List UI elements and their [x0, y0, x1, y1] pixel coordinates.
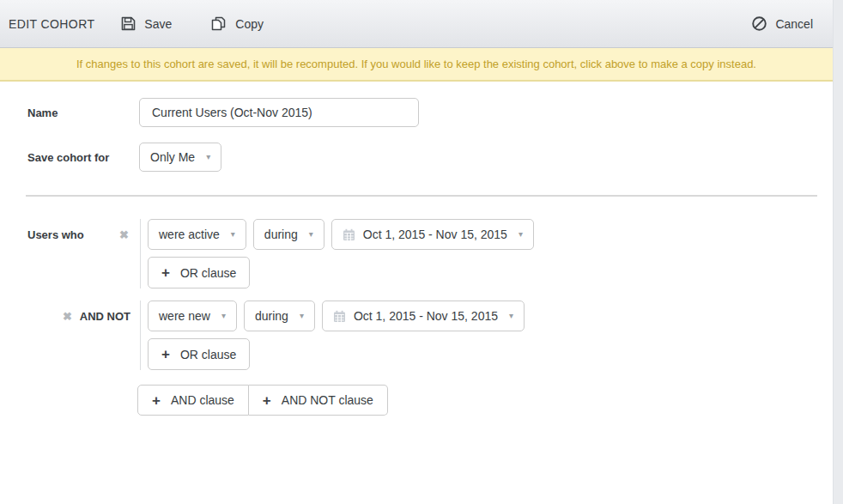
plus-icon: + — [152, 393, 161, 408]
chevron-down-icon: ▾ — [509, 312, 513, 320]
clause-label-cell: ✖ AND NOT — [0, 301, 140, 331]
right-gutter — [833, 0, 843, 504]
remove-clause-icon[interactable]: ✖ — [119, 229, 129, 240]
name-row: Name — [0, 98, 843, 127]
chevron-down-icon: ▾ — [519, 230, 523, 239]
filter-row: were active ▾ during ▾ — [148, 219, 534, 250]
or-clause-label: OR clause — [180, 266, 236, 280]
timeframe-value: during — [255, 309, 288, 323]
calendar-icon — [343, 228, 355, 241]
name-label: Name — [27, 106, 139, 119]
timeframe-value: during — [264, 228, 298, 241]
behavior-value: were new — [159, 309, 210, 323]
cohort-form: Name Save cohort for Only Me ▾ Users who… — [0, 82, 843, 416]
calendar-icon — [333, 310, 346, 323]
date-range-dropdown[interactable]: Oct 1, 2015 - Nov 15, 2015 ▾ — [331, 219, 534, 250]
date-range-dropdown[interactable]: Oct 1, 2015 - Nov 15, 2015 ▾ — [322, 301, 525, 331]
and-not-clause-label: AND NOT clause — [282, 393, 373, 407]
or-clause-button[interactable]: + OR clause — [148, 338, 250, 370]
save-button[interactable]: Save — [120, 15, 172, 32]
clause-body: were new ▾ during ▾ — [140, 301, 525, 370]
and-clause-label: AND clause — [171, 393, 234, 407]
plus-icon: + — [161, 347, 170, 361]
copy-icon — [209, 15, 227, 32]
save-cohort-for-value: Only Me — [150, 150, 195, 164]
cohort-name-input[interactable] — [139, 98, 419, 127]
clause-label-cell: Users who ✖ — [0, 219, 140, 250]
copy-button-label: Copy — [235, 17, 264, 31]
cancel-button[interactable]: Cancel — [751, 15, 813, 32]
save-cohort-for-dropdown[interactable]: Only Me ▾ — [139, 143, 221, 172]
remove-clause-icon[interactable]: ✖ — [63, 311, 72, 322]
or-clause-label: OR clause — [180, 348, 236, 361]
filter-row: were new ▾ during ▾ — [148, 301, 525, 331]
cancel-icon — [751, 15, 767, 32]
recompute-warning-banner: If changes to this cohort are saved, it … — [0, 48, 833, 82]
chevron-down-icon: ▾ — [309, 230, 313, 239]
plus-icon: + — [263, 393, 271, 408]
timeframe-dropdown[interactable]: during ▾ — [244, 301, 315, 331]
behavior-dropdown[interactable]: were new ▾ — [148, 301, 237, 331]
and-not-label: AND NOT — [80, 310, 130, 323]
save-button-label: Save — [144, 17, 172, 31]
save-icon — [120, 15, 136, 32]
add-and-clause-button[interactable]: + AND clause — [137, 385, 249, 416]
timeframe-dropdown[interactable]: during ▾ — [253, 219, 324, 250]
header-toolbar: EDIT COHORT Save Copy Cancel — [0, 0, 833, 48]
save-cohort-for-row: Save cohort for Only Me ▾ — [0, 143, 843, 172]
chevron-down-icon: ▾ — [300, 312, 304, 320]
plus-icon: + — [161, 265, 170, 280]
date-range-value: Oct 1, 2015 - Nov 15, 2015 — [354, 309, 498, 323]
chevron-down-icon: ▾ — [206, 153, 210, 161]
warning-text: If changes to this cohort are saved, it … — [76, 58, 756, 70]
date-range-value: Oct 1, 2015 - Nov 15, 2015 — [363, 228, 507, 241]
or-clause-button[interactable]: + OR clause — [148, 257, 250, 288]
behavior-value: were active — [159, 228, 220, 241]
add-and-not-clause-button[interactable]: + AND NOT clause — [249, 385, 388, 416]
clause-row-and-not: ✖ AND NOT were new ▾ during ▾ — [0, 301, 843, 370]
chevron-down-icon: ▾ — [221, 312, 226, 320]
clause-builder: Users who ✖ were active ▾ during ▾ — [0, 197, 843, 416]
clause-row-users-who: Users who ✖ were active ▾ during ▾ — [0, 219, 843, 288]
add-clause-button-group: + AND clause + AND NOT clause — [0, 385, 843, 416]
page-title: EDIT COHORT — [9, 17, 94, 31]
behavior-dropdown[interactable]: were active ▾ — [148, 219, 246, 250]
chevron-down-icon: ▾ — [231, 230, 235, 239]
clause-body: were active ▾ during ▾ — [140, 219, 534, 288]
save-cohort-for-label: Save cohort for — [27, 151, 139, 164]
copy-button[interactable]: Copy — [209, 15, 264, 32]
users-who-label: Users who — [27, 228, 84, 241]
cancel-button-label: Cancel — [775, 17, 813, 31]
